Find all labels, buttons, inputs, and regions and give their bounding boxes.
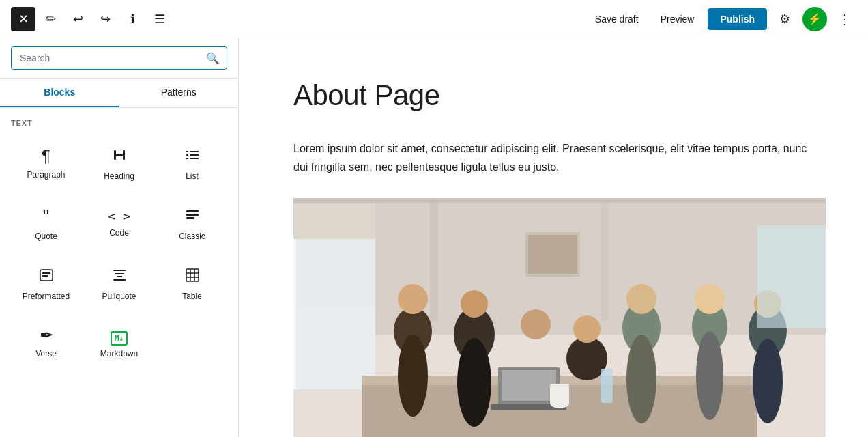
close-button[interactable]: ✕	[11, 7, 35, 31]
pullquote-label: Pullquote	[102, 292, 136, 301]
svg-point-38	[398, 284, 428, 314]
search-icon: 🔍	[206, 52, 220, 65]
svg-rect-16	[113, 270, 126, 271]
svg-rect-61	[550, 384, 569, 403]
page-paragraph[interactable]: Lorem ipsum dolor sit amet, consectetur …	[293, 139, 813, 176]
tab-blocks[interactable]: Blocks	[0, 79, 119, 107]
svg-point-48	[626, 284, 656, 314]
svg-rect-34	[601, 198, 609, 321]
svg-point-46	[573, 315, 601, 343]
avatar-button[interactable]: ⚡	[802, 7, 827, 31]
svg-rect-14	[42, 272, 50, 274]
edit-icon: ✏	[46, 12, 56, 27]
section-label-text: TEXT	[11, 119, 227, 127]
svg-rect-32	[293, 198, 826, 203]
tab-patterns[interactable]: Patterns	[119, 79, 239, 107]
search-input-wrapper: 🔍	[11, 46, 227, 70]
svg-rect-57	[502, 370, 556, 401]
svg-rect-2	[123, 150, 125, 160]
svg-rect-5	[190, 151, 199, 152]
svg-rect-10	[186, 210, 199, 212]
svg-rect-0	[114, 150, 116, 160]
settings-button[interactable]: ⚙	[772, 7, 797, 31]
block-item-heading[interactable]: Heading	[84, 135, 154, 193]
svg-rect-27	[293, 239, 375, 389]
block-item-quote[interactable]: " Quote	[11, 195, 81, 253]
save-draft-button[interactable]: Save draft	[587, 10, 647, 29]
verse-label: Verse	[35, 349, 57, 358]
svg-point-39	[398, 335, 428, 417]
preformatted-label: Preformatted	[23, 292, 70, 301]
svg-rect-62	[757, 225, 826, 328]
pullquote-icon	[111, 267, 128, 286]
more-options-button[interactable]: ⋮	[833, 7, 857, 31]
svg-point-55	[753, 339, 783, 423]
toolbar-right: Save draft Preview Publish ⚙ ⚡ ⋮	[587, 7, 857, 31]
main-layout: 🔍 Blocks Patterns TEXT ¶ Paragraph	[0, 38, 868, 437]
list-view-icon: ☰	[154, 12, 165, 27]
svg-rect-33	[430, 198, 438, 321]
info-icon: ℹ	[130, 12, 135, 27]
info-button[interactable]: ℹ	[120, 7, 145, 31]
code-icon: < >	[108, 210, 130, 223]
heading-icon	[111, 147, 128, 166]
quote-label: Quote	[35, 231, 57, 241]
block-item-preformatted[interactable]: Preformatted	[11, 255, 81, 313]
svg-rect-15	[42, 275, 48, 277]
svg-rect-31	[528, 235, 577, 274]
paragraph-icon: ¶	[42, 148, 50, 165]
preformatted-icon	[38, 267, 55, 286]
markdown-label: Markdown	[100, 349, 138, 358]
svg-rect-18	[115, 273, 124, 274]
table-icon	[184, 267, 201, 286]
svg-rect-20	[186, 269, 199, 281]
svg-rect-28	[293, 239, 296, 389]
blocks-grid: ¶ Paragraph Heading	[11, 135, 227, 370]
block-item-code[interactable]: < > Code	[84, 195, 154, 253]
block-item-list[interactable]: List	[157, 135, 227, 193]
block-item-verse[interactable]: ✒ Verse	[11, 315, 81, 370]
edit-button[interactable]: ✏	[38, 7, 63, 31]
paragraph-label: Paragraph	[27, 170, 65, 180]
undo-icon: ↩	[73, 12, 83, 27]
code-label: Code	[109, 228, 129, 238]
block-item-markdown[interactable]: M↓ Markdown	[84, 315, 154, 370]
search-button[interactable]: 🔍	[199, 48, 227, 69]
block-item-pullquote[interactable]: Pullquote	[84, 255, 154, 313]
svg-rect-3	[116, 154, 123, 156]
redo-button[interactable]: ↪	[93, 7, 117, 31]
heading-label: Heading	[104, 171, 134, 181]
classic-icon	[184, 207, 201, 226]
svg-point-42	[457, 338, 491, 427]
redo-icon: ↪	[100, 12, 111, 27]
preview-button[interactable]: Preview	[652, 10, 703, 29]
avatar-icon: ⚡	[808, 12, 822, 25]
svg-rect-12	[186, 217, 194, 219]
svg-point-41	[461, 290, 488, 318]
list-icon	[184, 147, 201, 166]
tabs-bar: Blocks Patterns	[0, 79, 238, 108]
block-item-paragraph[interactable]: ¶ Paragraph	[11, 135, 81, 193]
svg-rect-9	[190, 158, 199, 159]
settings-icon: ⚙	[779, 12, 790, 27]
block-item-table[interactable]: Table	[157, 255, 227, 313]
sidebar: 🔍 Blocks Patterns TEXT ¶ Paragraph	[0, 38, 239, 437]
svg-rect-7	[190, 154, 199, 156]
list-label: List	[186, 171, 199, 181]
blocks-section: TEXT ¶ Paragraph	[0, 108, 238, 381]
svg-rect-8	[186, 158, 188, 159]
undo-button[interactable]: ↩	[66, 7, 90, 31]
svg-point-44	[521, 309, 551, 339]
svg-rect-19	[117, 276, 122, 277]
svg-rect-4	[186, 151, 188, 152]
publish-button[interactable]: Publish	[708, 8, 767, 30]
search-input[interactable]	[12, 47, 199, 69]
quote-icon: "	[43, 207, 50, 226]
block-item-classic[interactable]: Classic	[157, 195, 227, 253]
svg-rect-17	[113, 279, 126, 281]
list-view-button[interactable]: ☰	[147, 7, 172, 31]
page-title[interactable]: About Page	[293, 79, 813, 112]
verse-icon: ✒	[40, 327, 53, 343]
close-icon: ✕	[18, 12, 29, 27]
markdown-icon: M↓	[111, 327, 128, 343]
